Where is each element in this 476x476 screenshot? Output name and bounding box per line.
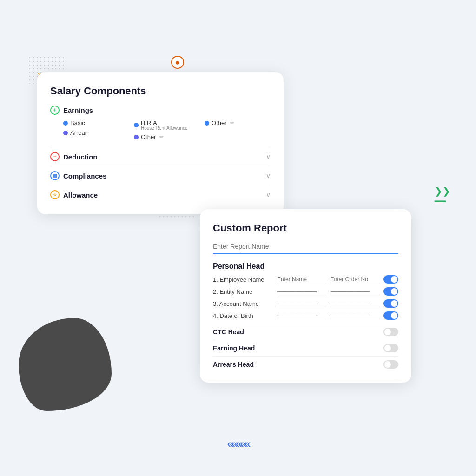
arrears-head-label: Arrears Head <box>213 361 254 368</box>
basic-dot <box>63 121 68 126</box>
row1-toggle[interactable] <box>383 275 398 284</box>
row-date-of-birth: 4. Date of Birth <box>213 311 398 320</box>
arrow-blue-icon: ««««« <box>227 437 249 450</box>
row1-label: 1. Employee Name <box>213 276 273 283</box>
row4-order-input[interactable] <box>331 312 380 319</box>
compliances-chevron-icon: ∨ <box>266 172 271 179</box>
row3-toggle[interactable] <box>383 299 398 308</box>
row2-label: 2. Entity Name <box>213 288 273 295</box>
row3-name-input[interactable] <box>277 300 327 307</box>
compliances-icon: ▦ <box>50 171 60 180</box>
row4-name-input[interactable] <box>277 312 327 319</box>
row-entity-name: 2. Entity Name <box>213 287 398 296</box>
chip-arrear: Arrear <box>63 129 129 136</box>
report-title: Custom Report <box>213 222 398 234</box>
chip-other-col3: Other ✏ <box>205 119 271 126</box>
row4-label: 4. Date of Birth <box>213 312 273 319</box>
deduction-icon: − <box>50 152 60 161</box>
compliances-row[interactable]: ▦ Compliances ∨ <box>50 166 271 185</box>
allowance-chevron-icon: ∨ <box>266 191 271 198</box>
chip-basic: Basic <box>63 119 129 126</box>
other-col3-edit-icon[interactable]: ✏ <box>230 120 234 126</box>
earnings-col2: H.R.A House Rent Allowance Other ✏ <box>134 119 200 140</box>
salary-card-title: Salary Components <box>50 85 271 97</box>
hra-sub: House Rent Allowance <box>141 126 188 131</box>
row-employee-name: 1. Employee Name <box>213 275 398 284</box>
report-name-input[interactable] <box>213 241 398 254</box>
earnings-col1: Basic Arrear <box>63 119 129 140</box>
row2-order-input[interactable] <box>331 288 380 295</box>
earnings-label: Earnings <box>63 106 93 114</box>
other-col2-edit-icon[interactable]: ✏ <box>159 134 164 140</box>
chip-other-col2: Other ✏ <box>134 133 200 140</box>
arrear-dot <box>63 131 68 135</box>
row-account-name: 3. Account Name <box>213 299 398 308</box>
earning-head-row: Earning Head <box>213 340 398 356</box>
hra-dot <box>134 123 139 127</box>
allowance-row[interactable]: ☆ Allowance ∨ <box>50 185 271 204</box>
deduction-chevron-icon: ∨ <box>266 153 271 160</box>
row2-toggle[interactable] <box>383 287 398 296</box>
other-col3-dot <box>205 121 209 126</box>
earning-head-label: Earning Head <box>213 344 255 352</box>
basic-label: Basic <box>70 119 85 126</box>
row2-name-input[interactable] <box>277 288 327 295</box>
arrear-label: Arrear <box>70 129 87 136</box>
compliances-label: Compliances <box>63 172 106 180</box>
ctc-head-row: CTC Head <box>213 324 398 340</box>
row4-toggle[interactable] <box>383 311 398 320</box>
personal-head-label: Personal Head <box>213 262 398 271</box>
row3-label: 3. Account Name <box>213 300 273 307</box>
other-col2-label: Other <box>141 133 156 140</box>
earnings-col3: Other ✏ <box>205 119 271 140</box>
salary-components-card: Salary Components + Earnings Basic Arrea… <box>37 72 284 214</box>
earning-head-toggle[interactable] <box>383 344 398 352</box>
other-col3-label: Other <box>212 119 227 126</box>
custom-report-card: Custom Report Personal Head 1. Employee … <box>200 209 411 383</box>
earnings-grid: Basic Arrear H.R.A House Rent Allowance … <box>63 119 271 140</box>
arrow-orange-icon: ● <box>171 56 184 69</box>
row1-name-input[interactable] <box>277 276 327 283</box>
other-col2-dot <box>134 135 139 139</box>
allowance-icon: ☆ <box>50 190 60 199</box>
earnings-icon: + <box>50 106 60 115</box>
deduction-label: Deduction <box>63 153 97 161</box>
ctc-head-label: CTC Head <box>213 328 244 336</box>
chip-hra: H.R.A House Rent Allowance <box>134 119 200 131</box>
arrears-head-toggle[interactable] <box>383 360 398 369</box>
arrow-green-icon: ❯❯━━ <box>435 186 450 206</box>
row1-order-input[interactable] <box>331 276 380 283</box>
earnings-header: + Earnings <box>50 106 271 115</box>
arrears-head-row: Arrears Head <box>213 356 398 372</box>
deduction-row[interactable]: − Deduction ∨ <box>50 147 271 166</box>
row3-order-input[interactable] <box>331 300 380 307</box>
ctc-head-toggle[interactable] <box>383 328 398 336</box>
blob-dark <box>19 318 112 411</box>
allowance-label: Allowance <box>63 191 98 199</box>
